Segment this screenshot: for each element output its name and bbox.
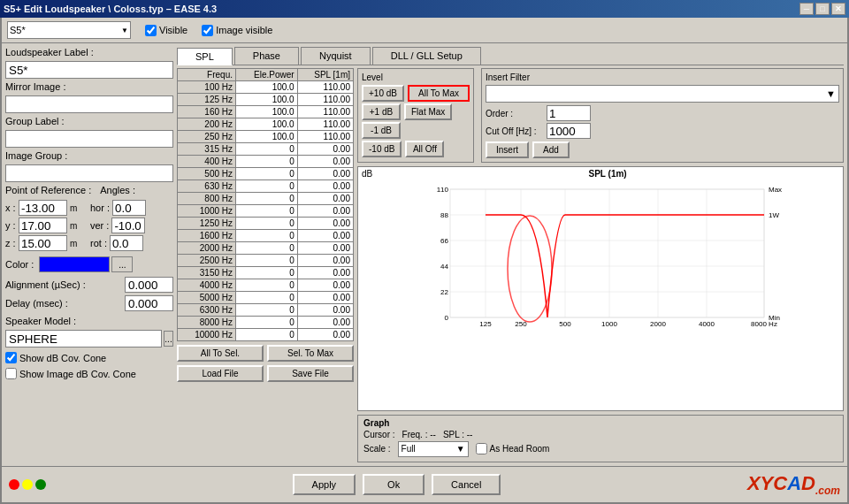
image-visible-checkbox-label[interactable]: Image visible (202, 25, 272, 36)
filter-action-row: Insert Add (486, 141, 839, 158)
cancel-button[interactable]: Cancel (432, 474, 501, 495)
level-row-1: +10 dB All To Max (362, 85, 470, 102)
show-db-cone-row[interactable]: Show dB Cov. Cone (5, 352, 173, 363)
add-button[interactable]: Add (532, 141, 570, 158)
minus10db-button[interactable]: -10 dB (362, 141, 402, 157)
tab-dll-gll[interactable]: DLL / GLL Setup (372, 47, 481, 65)
table-row[interactable]: 160 Hz100.0110.00 (178, 106, 354, 118)
scale-combo-arrow-icon: ▼ (456, 444, 465, 454)
sel-to-max-button[interactable]: Sel. To Max (267, 345, 354, 362)
x-label: x : (5, 202, 16, 213)
x-input[interactable] (19, 200, 67, 216)
mirror-image-input[interactable] (5, 95, 173, 113)
z-label: z : (5, 238, 16, 248)
filter-combo[interactable]: ▼ (486, 85, 839, 103)
delay-input[interactable] (125, 295, 173, 311)
table-row[interactable]: 1600 Hz00.00 (178, 230, 354, 242)
image-group-input[interactable] (5, 164, 173, 182)
insert-button[interactable]: Insert (486, 141, 529, 158)
table-row[interactable]: 10000 Hz00.00 (178, 329, 354, 341)
minus1db-button[interactable]: -1 dB (362, 122, 401, 139)
data-area: Frequ. Ele.Power SPL [1m] 100 Hz100.0110… (177, 68, 844, 462)
as-head-room-label[interactable]: As Head Room (476, 443, 550, 454)
rot-input[interactable] (110, 235, 143, 251)
svg-text:1000: 1000 (601, 320, 617, 328)
speaker-model-browse-btn[interactable]: ... (164, 331, 173, 347)
save-file-button[interactable]: Save File (267, 365, 354, 382)
table-row[interactable]: 3150 Hz00.00 (178, 267, 354, 279)
plus1db-button[interactable]: +1 dB (362, 103, 401, 120)
flat-max-button[interactable]: Flat Max (404, 103, 452, 120)
chart-svg: 110 88 66 44 22 0 125 250 500 1000 2000 (358, 180, 843, 331)
level-row-3: -1 dB (362, 122, 470, 139)
speaker-model-input[interactable] (5, 330, 162, 347)
visible-label: Visible (159, 25, 187, 35)
order-input[interactable] (547, 105, 591, 121)
show-image-db-cone-row[interactable]: Show Image dB Cov. Cone (5, 368, 173, 379)
all-to-sel-button[interactable]: All To Sel. (177, 345, 264, 362)
right-controls: Level +10 dB All To Max +1 dB Flat Max -… (357, 68, 844, 462)
show-image-db-cone-checkbox[interactable] (5, 368, 17, 379)
ok-button[interactable]: Ok (363, 474, 424, 495)
all-off-button[interactable]: All Off (405, 141, 444, 157)
image-visible-checkbox[interactable] (202, 25, 213, 36)
table-row[interactable]: 200 Hz100.0110.00 (178, 118, 354, 131)
scale-combo[interactable]: Full ▼ (398, 441, 469, 457)
table-row[interactable]: 100 Hz100.0110.00 (178, 81, 354, 94)
table-row[interactable]: 1250 Hz00.00 (178, 218, 354, 230)
visible-checkbox[interactable] (145, 25, 157, 36)
table-row[interactable]: 8000 Hz00.00 (178, 317, 354, 329)
group-label-input[interactable] (5, 130, 173, 148)
tab-bar: SPL Phase Nyquist DLL / GLL Setup (177, 47, 844, 65)
content-area: Loudspeaker Label : Mirror Image : Group… (2, 43, 847, 466)
spl-header: SPL [1m] (297, 69, 353, 81)
table-row[interactable]: 4000 Hz00.00 (178, 279, 354, 292)
tab-spl[interactable]: SPL (177, 48, 233, 65)
table-row[interactable]: 5000 Hz00.00 (178, 292, 354, 304)
speaker-combo[interactable]: S5* ▼ (7, 21, 131, 39)
table-row[interactable]: 1000 Hz00.00 (178, 205, 354, 218)
y-input[interactable] (19, 218, 67, 233)
as-head-room-checkbox[interactable] (476, 443, 487, 454)
table-row[interactable]: 6300 Hz00.00 (178, 304, 354, 317)
plus10db-button[interactable]: +10 dB (362, 85, 404, 102)
color-browse-btn[interactable]: ... (111, 256, 133, 272)
apply-button[interactable]: Apply (293, 474, 356, 495)
close-button[interactable]: ✕ (831, 3, 845, 15)
table-row[interactable]: 125 Hz100.0110.00 (178, 94, 354, 106)
cutoff-input[interactable] (547, 123, 591, 139)
title-text: S5+ Edit Loudspeaker \ Coloss.typ – EASE… (4, 4, 217, 14)
left-panel: Loudspeaker Label : Mirror Image : Group… (5, 47, 173, 462)
tab-phase[interactable]: Phase (234, 47, 299, 65)
bottom-bar: Apply Ok Cancel XYCAD.com (2, 466, 847, 502)
all-to-max-button[interactable]: All To Max (408, 85, 470, 102)
visible-checkbox-label[interactable]: Visible (145, 25, 187, 36)
table-row[interactable]: 315 Hz00.00 (178, 143, 354, 156)
scale-label: Scale : (363, 444, 391, 454)
table-row[interactable]: 630 Hz00.00 (178, 180, 354, 193)
alignment-input[interactable] (125, 277, 173, 293)
minimize-button[interactable]: ─ (799, 3, 814, 15)
table-row[interactable]: 500 Hz00.00 (178, 168, 354, 180)
color-swatch[interactable] (39, 256, 110, 272)
tab-nyquist[interactable]: Nyquist (301, 47, 371, 65)
load-file-button[interactable]: Load File (177, 365, 264, 382)
hor-input[interactable] (112, 200, 146, 216)
speaker-model-row: ... (5, 330, 173, 347)
loudspeaker-input[interactable] (5, 61, 173, 79)
table-row[interactable]: 2000 Hz00.00 (178, 242, 354, 255)
ele-power-header: Ele.Power (236, 69, 298, 81)
insert-filter-box: Insert Filter ▼ Order : Cut Off [Hz] : (481, 68, 844, 163)
level-row-4: -10 dB All Off (362, 141, 470, 157)
table-row[interactable]: 800 Hz00.00 (178, 193, 354, 205)
z-input[interactable] (19, 235, 67, 251)
xycad-logo: XYCAD.com (747, 472, 840, 497)
ver-label: ver : (90, 220, 109, 231)
chart-title: dB SPL (1m) (358, 167, 843, 179)
table-row[interactable]: 400 Hz00.00 (178, 156, 354, 168)
ver-input[interactable] (111, 218, 145, 233)
show-db-cone-checkbox[interactable] (5, 352, 17, 363)
maximize-button[interactable]: □ (815, 3, 830, 15)
table-row[interactable]: 2500 Hz00.00 (178, 255, 354, 267)
table-row[interactable]: 250 Hz100.0110.00 (178, 131, 354, 143)
